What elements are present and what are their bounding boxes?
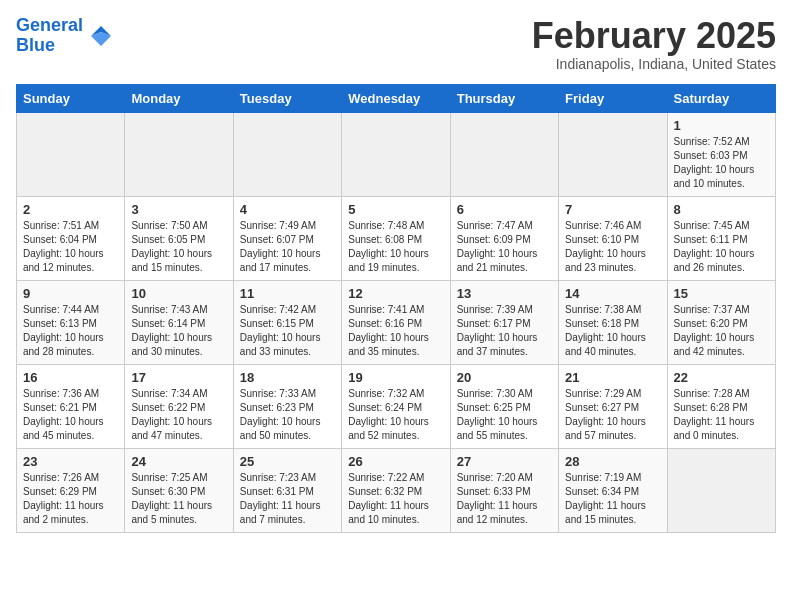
day-info: Sunrise: 7:41 AM Sunset: 6:16 PM Dayligh…: [348, 303, 443, 359]
day-number: 7: [565, 202, 660, 217]
day-info: Sunrise: 7:32 AM Sunset: 6:24 PM Dayligh…: [348, 387, 443, 443]
weekday-header-row: SundayMondayTuesdayWednesdayThursdayFrid…: [17, 84, 776, 112]
calendar-week-4: 16Sunrise: 7:36 AM Sunset: 6:21 PM Dayli…: [17, 364, 776, 448]
day-number: 20: [457, 370, 552, 385]
day-info: Sunrise: 7:45 AM Sunset: 6:11 PM Dayligh…: [674, 219, 769, 275]
calendar-cell: 3Sunrise: 7:50 AM Sunset: 6:05 PM Daylig…: [125, 196, 233, 280]
calendar-cell: 7Sunrise: 7:46 AM Sunset: 6:10 PM Daylig…: [559, 196, 667, 280]
calendar-cell: 21Sunrise: 7:29 AM Sunset: 6:27 PM Dayli…: [559, 364, 667, 448]
calendar-cell: 11Sunrise: 7:42 AM Sunset: 6:15 PM Dayli…: [233, 280, 341, 364]
calendar-cell: 27Sunrise: 7:20 AM Sunset: 6:33 PM Dayli…: [450, 448, 558, 532]
logo-icon: [87, 22, 115, 50]
calendar-cell: 1Sunrise: 7:52 AM Sunset: 6:03 PM Daylig…: [667, 112, 775, 196]
calendar-cell: 6Sunrise: 7:47 AM Sunset: 6:09 PM Daylig…: [450, 196, 558, 280]
calendar-week-1: 1Sunrise: 7:52 AM Sunset: 6:03 PM Daylig…: [17, 112, 776, 196]
location-label: Indianapolis, Indiana, United States: [532, 56, 776, 72]
day-info: Sunrise: 7:44 AM Sunset: 6:13 PM Dayligh…: [23, 303, 118, 359]
day-info: Sunrise: 7:36 AM Sunset: 6:21 PM Dayligh…: [23, 387, 118, 443]
calendar-cell: 14Sunrise: 7:38 AM Sunset: 6:18 PM Dayli…: [559, 280, 667, 364]
day-number: 1: [674, 118, 769, 133]
calendar-cell: 23Sunrise: 7:26 AM Sunset: 6:29 PM Dayli…: [17, 448, 125, 532]
day-number: 5: [348, 202, 443, 217]
calendar-cell: [125, 112, 233, 196]
page-header: General Blue February 2025 Indianapolis,…: [16, 16, 776, 72]
day-number: 9: [23, 286, 118, 301]
day-number: 2: [23, 202, 118, 217]
day-info: Sunrise: 7:47 AM Sunset: 6:09 PM Dayligh…: [457, 219, 552, 275]
weekday-header-wednesday: Wednesday: [342, 84, 450, 112]
day-number: 4: [240, 202, 335, 217]
day-number: 25: [240, 454, 335, 469]
calendar-cell: 4Sunrise: 7:49 AM Sunset: 6:07 PM Daylig…: [233, 196, 341, 280]
day-number: 17: [131, 370, 226, 385]
calendar-cell: 10Sunrise: 7:43 AM Sunset: 6:14 PM Dayli…: [125, 280, 233, 364]
day-info: Sunrise: 7:48 AM Sunset: 6:08 PM Dayligh…: [348, 219, 443, 275]
logo-general: General: [16, 15, 83, 35]
day-number: 11: [240, 286, 335, 301]
day-info: Sunrise: 7:38 AM Sunset: 6:18 PM Dayligh…: [565, 303, 660, 359]
day-number: 16: [23, 370, 118, 385]
day-info: Sunrise: 7:28 AM Sunset: 6:28 PM Dayligh…: [674, 387, 769, 443]
calendar-cell: [450, 112, 558, 196]
day-number: 8: [674, 202, 769, 217]
calendar-cell: [17, 112, 125, 196]
calendar-cell: 17Sunrise: 7:34 AM Sunset: 6:22 PM Dayli…: [125, 364, 233, 448]
calendar-week-3: 9Sunrise: 7:44 AM Sunset: 6:13 PM Daylig…: [17, 280, 776, 364]
calendar-cell: 25Sunrise: 7:23 AM Sunset: 6:31 PM Dayli…: [233, 448, 341, 532]
day-info: Sunrise: 7:50 AM Sunset: 6:05 PM Dayligh…: [131, 219, 226, 275]
calendar-cell: 9Sunrise: 7:44 AM Sunset: 6:13 PM Daylig…: [17, 280, 125, 364]
calendar-cell: 19Sunrise: 7:32 AM Sunset: 6:24 PM Dayli…: [342, 364, 450, 448]
day-info: Sunrise: 7:33 AM Sunset: 6:23 PM Dayligh…: [240, 387, 335, 443]
calendar-table: SundayMondayTuesdayWednesdayThursdayFrid…: [16, 84, 776, 533]
day-info: Sunrise: 7:29 AM Sunset: 6:27 PM Dayligh…: [565, 387, 660, 443]
day-number: 12: [348, 286, 443, 301]
weekday-header-thursday: Thursday: [450, 84, 558, 112]
weekday-header-monday: Monday: [125, 84, 233, 112]
calendar-week-2: 2Sunrise: 7:51 AM Sunset: 6:04 PM Daylig…: [17, 196, 776, 280]
calendar-cell: 8Sunrise: 7:45 AM Sunset: 6:11 PM Daylig…: [667, 196, 775, 280]
weekday-header-friday: Friday: [559, 84, 667, 112]
day-info: Sunrise: 7:30 AM Sunset: 6:25 PM Dayligh…: [457, 387, 552, 443]
day-info: Sunrise: 7:46 AM Sunset: 6:10 PM Dayligh…: [565, 219, 660, 275]
weekday-header-saturday: Saturday: [667, 84, 775, 112]
calendar-cell: 24Sunrise: 7:25 AM Sunset: 6:30 PM Dayli…: [125, 448, 233, 532]
calendar-cell: [233, 112, 341, 196]
day-number: 26: [348, 454, 443, 469]
day-info: Sunrise: 7:52 AM Sunset: 6:03 PM Dayligh…: [674, 135, 769, 191]
day-number: 24: [131, 454, 226, 469]
calendar-cell: 18Sunrise: 7:33 AM Sunset: 6:23 PM Dayli…: [233, 364, 341, 448]
day-info: Sunrise: 7:20 AM Sunset: 6:33 PM Dayligh…: [457, 471, 552, 527]
day-info: Sunrise: 7:39 AM Sunset: 6:17 PM Dayligh…: [457, 303, 552, 359]
day-info: Sunrise: 7:25 AM Sunset: 6:30 PM Dayligh…: [131, 471, 226, 527]
day-info: Sunrise: 7:43 AM Sunset: 6:14 PM Dayligh…: [131, 303, 226, 359]
day-number: 28: [565, 454, 660, 469]
calendar-cell: 2Sunrise: 7:51 AM Sunset: 6:04 PM Daylig…: [17, 196, 125, 280]
logo: General Blue: [16, 16, 115, 56]
calendar-cell: 22Sunrise: 7:28 AM Sunset: 6:28 PM Dayli…: [667, 364, 775, 448]
title-block: February 2025 Indianapolis, Indiana, Uni…: [532, 16, 776, 72]
calendar-cell: [559, 112, 667, 196]
calendar-cell: 16Sunrise: 7:36 AM Sunset: 6:21 PM Dayli…: [17, 364, 125, 448]
calendar-cell: 5Sunrise: 7:48 AM Sunset: 6:08 PM Daylig…: [342, 196, 450, 280]
day-info: Sunrise: 7:26 AM Sunset: 6:29 PM Dayligh…: [23, 471, 118, 527]
day-info: Sunrise: 7:22 AM Sunset: 6:32 PM Dayligh…: [348, 471, 443, 527]
day-info: Sunrise: 7:37 AM Sunset: 6:20 PM Dayligh…: [674, 303, 769, 359]
logo-blue: Blue: [16, 35, 55, 55]
calendar-cell: 26Sunrise: 7:22 AM Sunset: 6:32 PM Dayli…: [342, 448, 450, 532]
calendar-cell: [342, 112, 450, 196]
calendar-cell: 13Sunrise: 7:39 AM Sunset: 6:17 PM Dayli…: [450, 280, 558, 364]
calendar-week-5: 23Sunrise: 7:26 AM Sunset: 6:29 PM Dayli…: [17, 448, 776, 532]
day-number: 18: [240, 370, 335, 385]
calendar-cell: 12Sunrise: 7:41 AM Sunset: 6:16 PM Dayli…: [342, 280, 450, 364]
day-number: 15: [674, 286, 769, 301]
calendar-cell: 28Sunrise: 7:19 AM Sunset: 6:34 PM Dayli…: [559, 448, 667, 532]
day-number: 3: [131, 202, 226, 217]
calendar-cell: [667, 448, 775, 532]
day-number: 22: [674, 370, 769, 385]
weekday-header-sunday: Sunday: [17, 84, 125, 112]
day-number: 13: [457, 286, 552, 301]
weekday-header-tuesday: Tuesday: [233, 84, 341, 112]
month-title: February 2025: [532, 16, 776, 56]
calendar-cell: 15Sunrise: 7:37 AM Sunset: 6:20 PM Dayli…: [667, 280, 775, 364]
day-info: Sunrise: 7:19 AM Sunset: 6:34 PM Dayligh…: [565, 471, 660, 527]
